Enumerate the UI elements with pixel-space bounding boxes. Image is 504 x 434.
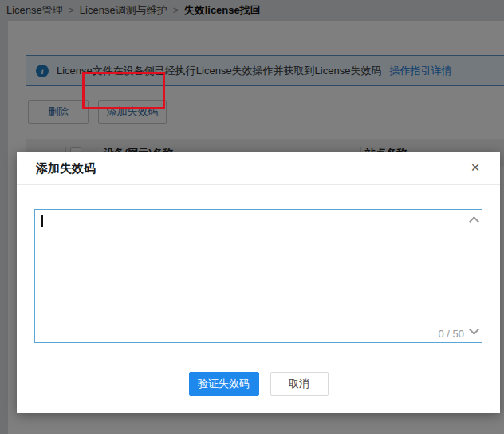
cancel-button[interactable]: 取消 — [270, 372, 329, 396]
scroll-up-icon[interactable] — [469, 215, 478, 224]
close-icon[interactable]: × — [467, 159, 484, 176]
dialog-title: 添加失效码 — [36, 161, 96, 176]
dialog-footer: 验证失效码 取消 — [17, 372, 500, 396]
invalidation-code-textarea-frame: 0 / 50 — [34, 209, 482, 343]
scroll-down-icon[interactable] — [469, 326, 478, 336]
dialog-header: 添加失效码 × — [17, 152, 500, 185]
text-cursor — [41, 215, 43, 227]
add-invalidation-code-dialog: 添加失效码 × 0 / 50 验证失效码 取消 — [17, 152, 500, 413]
character-counter: 0 / 50 — [438, 328, 464, 340]
invalidation-code-input[interactable] — [35, 210, 482, 342]
verify-invalidation-code-button[interactable]: 验证失效码 — [189, 372, 259, 396]
